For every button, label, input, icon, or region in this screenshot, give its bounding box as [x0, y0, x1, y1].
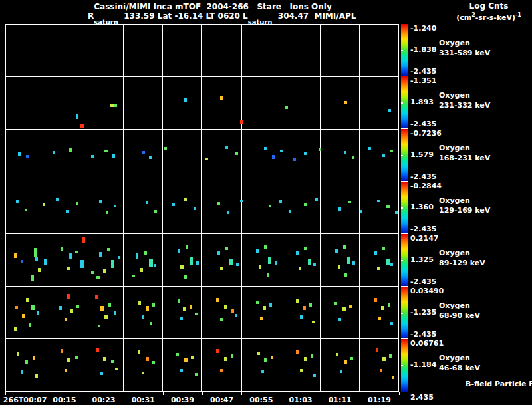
data-point: [26, 155, 29, 158]
data-point: [111, 260, 114, 268]
data-point: [335, 249, 338, 253]
data-point: [374, 298, 377, 302]
x-axis-label: 266T00:07: [3, 396, 47, 404]
x-axis-tick: [84, 392, 84, 395]
data-point: [381, 306, 384, 310]
energy-range: 129-169 keV: [439, 205, 490, 215]
data-point: [303, 306, 306, 310]
colorbar-scale-bottom: 2.435: [410, 394, 434, 402]
data-point: [154, 264, 156, 267]
data-point: [388, 109, 391, 112]
data-point: [304, 203, 307, 206]
data-point: [152, 361, 155, 364]
data-point: [264, 358, 267, 362]
data-point: [76, 202, 78, 205]
colorbar-scale-top: 0.06761: [410, 340, 444, 348]
data-point: [180, 369, 183, 372]
data-point: [21, 260, 23, 263]
energy-range: 331-589 keV: [439, 48, 490, 58]
data-point: [115, 368, 118, 370]
data-point: [344, 360, 347, 364]
data-point: [261, 370, 264, 373]
colorbar-scale-bottom: -2.435: [410, 331, 436, 338]
data-point: [95, 295, 98, 299]
data-point: [308, 259, 311, 265]
data-point: [220, 267, 223, 270]
data-point: [172, 203, 175, 206]
data-point: [103, 357, 106, 361]
data-point: [69, 148, 72, 152]
data-point: [110, 104, 114, 107]
units-open: (cm: [456, 13, 471, 22]
data-point: [360, 210, 362, 213]
data-point: [389, 354, 392, 358]
data-point: [334, 302, 337, 305]
energy-species: Oxygen: [439, 143, 490, 153]
energy-band-label: Oxygen46-68 keV: [439, 353, 480, 373]
colorbar-scale-top: 0.2147: [410, 235, 438, 243]
data-point: [15, 306, 18, 309]
x-axis-tick: [399, 392, 400, 395]
data-point: [99, 252, 102, 257]
colorbar-scale-top: 0.03490: [410, 287, 444, 295]
colorbar-scale-top: -1.240: [410, 25, 436, 33]
subtitle-tail: 304.47 MIMI/APL: [272, 11, 356, 21]
data-point: [180, 265, 184, 269]
data-point: [220, 96, 223, 100]
data-point: [108, 303, 111, 307]
data-point: [338, 207, 341, 211]
data-point: [100, 306, 104, 311]
data-point: [178, 249, 180, 253]
data-point: [313, 263, 316, 266]
data-point: [111, 360, 114, 363]
data-point: [340, 370, 342, 373]
data-point: [186, 245, 188, 249]
data-point: [146, 201, 148, 204]
data-point: [267, 273, 269, 277]
data-point: [392, 376, 394, 379]
colorbar-units-line1: Log Cnts: [439, 1, 532, 11]
units-sup-inv: -1: [515, 12, 521, 18]
data-point: [231, 309, 234, 313]
data-point: [164, 147, 167, 150]
data-point: [344, 151, 346, 154]
data-point: [80, 124, 84, 128]
data-point: [377, 267, 380, 270]
energy-band-label: Oxygen68-90 keV: [439, 301, 480, 321]
energy-range: 68-90 keV: [439, 311, 480, 321]
l-subscript: saturn: [248, 19, 273, 26]
colorbar-scale-mid: -1.235: [410, 309, 436, 317]
data-point: [35, 374, 38, 378]
x-axis-tick: [124, 392, 124, 395]
x-axis-tick: [5, 392, 6, 395]
data-point: [240, 200, 243, 202]
data-point: [296, 350, 299, 354]
data-point: [61, 349, 63, 353]
data-point: [67, 267, 70, 270]
data-point: [386, 259, 390, 265]
data-point: [236, 263, 239, 266]
data-point: [100, 372, 103, 375]
data-point: [304, 247, 307, 250]
colorbar-scale-top: -1.351: [410, 77, 436, 85]
r-label: R: [88, 11, 94, 21]
data-point: [31, 305, 35, 310]
data-point: [299, 267, 301, 270]
data-point: [75, 251, 78, 253]
data-point: [312, 321, 315, 323]
energy-band-label: Oxygen168-231 keV: [439, 143, 490, 163]
energy-range: 89-129 keV: [439, 258, 485, 268]
data-point: [315, 198, 318, 201]
colorbar-units-line2: (cm2-sr-s-keV)-1: [439, 11, 532, 23]
colorbar-mid-tick: [401, 260, 403, 261]
data-point: [191, 356, 194, 359]
data-point: [132, 275, 135, 277]
x-axis-label: 00:55: [249, 396, 273, 404]
data-point: [390, 322, 393, 325]
data-point: [368, 147, 371, 150]
data-point: [44, 259, 47, 265]
colorbar-scale-mid: 1.579: [410, 151, 434, 159]
energy-band-label: Oxygen129-169 keV: [439, 196, 490, 215]
colorbar-scale-top: -0.2844: [410, 182, 442, 190]
data-point: [136, 253, 138, 259]
